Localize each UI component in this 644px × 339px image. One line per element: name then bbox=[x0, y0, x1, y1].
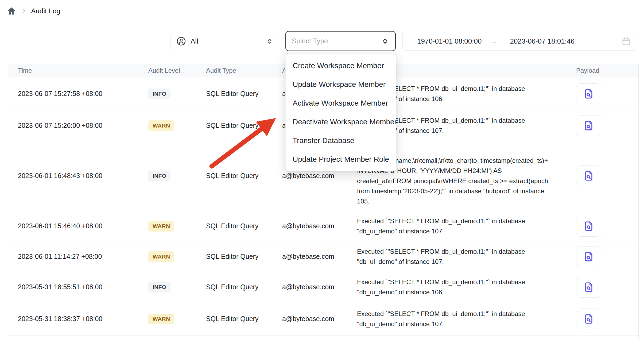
chevron-updown-icon bbox=[266, 37, 274, 45]
payload-view-button[interactable] bbox=[576, 83, 601, 104]
cell-audit-level: WARN bbox=[148, 221, 206, 232]
table-row: 2023-06-01 11:14:27 +08:00 WARN SQL Edit… bbox=[8, 241, 638, 272]
col-header-type: Audit Type bbox=[206, 67, 282, 74]
cell-actor: a@bytebase.com bbox=[282, 222, 357, 230]
cell-comment: Executed `"SELECT * FROM db_ui_demo.t1;"… bbox=[357, 216, 568, 236]
cell-audit-type: SQL Editor Query bbox=[206, 253, 282, 260]
col-header-payload: Payload bbox=[568, 67, 639, 74]
breadcrumb-chevron-icon bbox=[20, 8, 27, 14]
cell-time: 2023-05-31 18:55:51 +08:00 bbox=[8, 283, 148, 291]
cell-audit-level: INFO bbox=[148, 282, 206, 292]
cell-actor: a@bytebase.com bbox=[282, 172, 357, 180]
status-badge: INFO bbox=[148, 171, 170, 181]
cell-payload bbox=[568, 115, 639, 136]
cell-payload bbox=[568, 216, 639, 237]
cell-actor: a@bytebase.com bbox=[282, 283, 357, 291]
payload-view-button[interactable] bbox=[576, 165, 601, 186]
audit-type-placeholder: Select Type bbox=[292, 37, 328, 45]
cell-audit-level: WARN bbox=[148, 251, 206, 262]
breadcrumb: Audit Log bbox=[7, 6, 60, 16]
payload-view-button[interactable] bbox=[576, 309, 601, 329]
date-range-picker[interactable]: 1970-01-01 08:00:00 → 2023-06-07 18:01:4… bbox=[402, 32, 636, 51]
cell-payload bbox=[568, 165, 639, 186]
col-header-level: Audit Level bbox=[148, 67, 206, 74]
dropdown-option[interactable]: Transfer Database bbox=[286, 131, 396, 150]
person-circle-icon bbox=[176, 36, 186, 46]
range-arrow-icon: → bbox=[490, 37, 498, 46]
actor-filter-value: All bbox=[191, 37, 198, 45]
dropdown-option[interactable]: Update Workspace Member bbox=[286, 75, 396, 94]
dropdown-option[interactable]: Activate Workspace Member bbox=[286, 94, 396, 113]
dropdown-option[interactable]: Deactivate Workspace Member bbox=[286, 113, 396, 131]
dropdown-option[interactable]: Create Workspace Member bbox=[286, 56, 396, 75]
date-range-end[interactable]: 2023-06-07 18:01:46 bbox=[510, 37, 574, 45]
table-row: 2023-05-31 18:38:37 +08:00 WARN SQL Edit… bbox=[8, 302, 638, 336]
status-badge: WARN bbox=[148, 251, 174, 262]
payload-view-button[interactable] bbox=[576, 115, 601, 136]
audit-log-page: Audit Log All Select Type 1970- bbox=[0, 0, 644, 339]
cell-time: 2023-06-01 11:14:27 +08:00 bbox=[8, 253, 148, 260]
cell-audit-type: SQL Editor Query bbox=[206, 315, 282, 323]
cell-time: 2023-06-01 16:48:43 +08:00 bbox=[8, 172, 148, 180]
page-title: Audit Log bbox=[31, 7, 60, 15]
cell-comment: Executed `"SELECT * FROM db_ui_demo.t1;"… bbox=[357, 309, 568, 329]
payload-view-button[interactable] bbox=[576, 277, 601, 298]
cell-audit-type: SQL Editor Query bbox=[206, 90, 282, 98]
cell-audit-type: SQL Editor Query bbox=[206, 172, 282, 180]
cell-actor: a@bytebase.com bbox=[282, 315, 357, 323]
audit-type-dropdown-menu: Create Workspace Member Update Workspace… bbox=[285, 53, 396, 171]
cell-audit-type: SQL Editor Query bbox=[206, 283, 282, 291]
cell-audit-level: INFO bbox=[148, 171, 206, 181]
cell-time: 2023-06-07 15:27:58 +08:00 bbox=[8, 90, 148, 98]
calendar-icon bbox=[621, 37, 631, 46]
table-row: 2023-05-31 18:55:51 +08:00 INFO SQL Edit… bbox=[8, 272, 638, 302]
status-badge: WARN bbox=[148, 221, 174, 232]
home-icon[interactable] bbox=[7, 6, 16, 16]
cell-audit-level: WARN bbox=[148, 314, 206, 324]
payload-view-button[interactable] bbox=[576, 246, 601, 267]
cell-audit-level: WARN bbox=[148, 120, 206, 131]
cell-payload bbox=[568, 246, 639, 267]
chevron-updown-icon bbox=[381, 37, 389, 45]
partial-next-row bbox=[8, 336, 638, 339]
cell-audit-level: INFO bbox=[148, 88, 206, 99]
cell-comment: Executed `"SELECT * FROM db_ui_demo.t1;"… bbox=[357, 277, 568, 297]
cell-time: 2023-05-31 18:38:37 +08:00 bbox=[8, 315, 148, 323]
status-badge: INFO bbox=[148, 282, 170, 292]
date-range-start[interactable]: 1970-01-01 08:00:00 bbox=[417, 37, 482, 45]
cell-audit-type: SQL Editor Query bbox=[206, 122, 282, 129]
cell-payload bbox=[568, 277, 639, 298]
audit-type-filter-select[interactable]: Select Type bbox=[285, 31, 396, 51]
cell-comment: Executed `"SELECT * FROM db_ui_demo.t1;"… bbox=[357, 246, 568, 267]
cell-audit-type: SQL Editor Query bbox=[206, 222, 282, 230]
cell-payload bbox=[568, 83, 639, 104]
col-header-time: Time bbox=[8, 67, 148, 74]
cell-time: 2023-06-01 15:46:40 +08:00 bbox=[8, 222, 148, 230]
dropdown-option[interactable]: Update Project Member Role bbox=[286, 150, 396, 169]
cell-payload bbox=[568, 309, 639, 329]
table-row: 2023-06-01 15:46:40 +08:00 WARN SQL Edit… bbox=[8, 211, 638, 241]
status-badge: WARN bbox=[148, 120, 174, 131]
actor-filter-select[interactable]: All bbox=[170, 32, 279, 50]
cell-actor: a@bytebase.com bbox=[282, 253, 357, 260]
status-badge: WARN bbox=[148, 314, 174, 324]
payload-view-button[interactable] bbox=[576, 216, 601, 237]
cell-time: 2023-06-07 15:26:00 +08:00 bbox=[8, 122, 148, 129]
status-badge: INFO bbox=[148, 88, 170, 99]
